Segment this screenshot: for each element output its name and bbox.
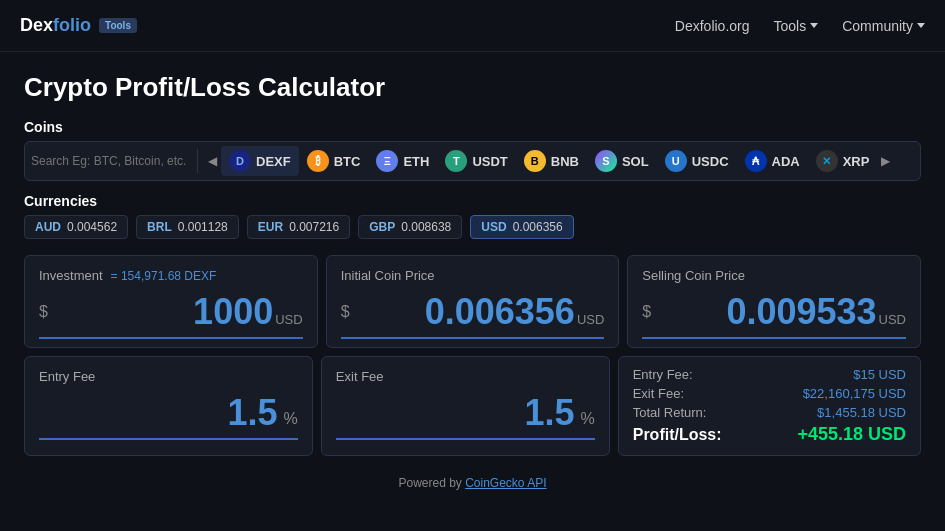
coin-icon-bnb: B <box>524 150 546 172</box>
nav-tools[interactable]: Tools <box>774 18 819 34</box>
logo: Dexfolio <box>20 15 91 36</box>
footer: Powered by CoinGecko API <box>0 466 945 498</box>
coin-label-ada: ADA <box>772 154 800 169</box>
entry-fee-input-row: 1.5 % <box>39 392 298 440</box>
currency-gbp[interactable]: GBP 0.008638 <box>358 215 462 239</box>
exit-fee-value: 1.5 <box>336 392 575 434</box>
investment-value: 1000 <box>52 291 273 333</box>
coins-nav-prev-icon[interactable]: ◀ <box>204 154 221 168</box>
results-total-return-row: Total Return: $1,455.18 USD <box>633 405 906 420</box>
coin-label-usdc: USDC <box>692 154 729 169</box>
results-total-return-label: Total Return: <box>633 405 707 420</box>
coin-label-xrp: XRP <box>843 154 870 169</box>
investment-equiv: = 154,971.68 DEXF <box>111 269 217 283</box>
coin-item-sol[interactable]: S SOL <box>587 146 657 176</box>
entry-fee-panel: Entry Fee 1.5 % <box>24 356 313 456</box>
currencies-section-label: Currencies <box>24 193 921 209</box>
results-entry-fee-row: Entry Fee: $15 USD <box>633 367 906 382</box>
coins-nav-next-icon[interactable]: ▶ <box>877 154 894 168</box>
nav-dexfolio-org[interactable]: Dexfolio.org <box>675 18 750 34</box>
coin-item-dexf[interactable]: D DEXF <box>221 146 299 176</box>
page-title: Crypto Profit/Loss Calculator <box>24 72 921 103</box>
coin-icon-ada: ₳ <box>745 150 767 172</box>
community-chevron-down-icon <box>917 23 925 28</box>
coin-label-btc: BTC <box>334 154 361 169</box>
results-panel: Entry Fee: $15 USD Exit Fee: $22,160,175… <box>618 356 921 456</box>
selling-price-label: Selling Coin Price <box>642 268 906 283</box>
entry-fee-value: 1.5 <box>39 392 278 434</box>
header: Dexfolio Tools Dexfolio.org Tools Commun… <box>0 0 945 52</box>
currency-eur[interactable]: EUR 0.007216 <box>247 215 350 239</box>
exit-fee-input-row: 1.5 % <box>336 392 595 440</box>
initial-price-input-row: $ 0.006356 USD <box>341 291 605 339</box>
coin-icon-usdc: U <box>665 150 687 172</box>
coin-icon-usdt: T <box>445 150 467 172</box>
exit-fee-label: Exit Fee <box>336 369 595 384</box>
coin-label-bnb: BNB <box>551 154 579 169</box>
coin-label-usdt: USDT <box>472 154 507 169</box>
investment-unit: USD <box>275 312 302 333</box>
initial-price-panel: Initial Coin Price $ 0.006356 USD <box>326 255 620 348</box>
coin-item-usdt[interactable]: T USDT <box>437 146 515 176</box>
entry-fee-label: Entry Fee <box>39 369 298 384</box>
initial-price-currency-symbol: $ <box>341 303 350 321</box>
selling-price-value: 0.009533 <box>655 291 876 333</box>
coins-section-label: Coins <box>24 119 921 135</box>
coin-item-usdc[interactable]: U USDC <box>657 146 737 176</box>
coins-divider <box>197 149 198 173</box>
coin-icon-dexf: D <box>229 150 251 172</box>
results-entry-fee-value: $15 USD <box>853 367 906 382</box>
coin-icon-xrp: ✕ <box>816 150 838 172</box>
results-exit-fee-row: Exit Fee: $22,160,175 USD <box>633 386 906 401</box>
results-profit-row: Profit/Loss: +455.18 USD <box>633 424 906 445</box>
coin-search-input[interactable] <box>31 154 186 168</box>
coins-row: ◀ D DEXF ₿ BTC Ξ ETH T USDT B BNB S SOL … <box>24 141 921 181</box>
tools-chevron-down-icon <box>810 23 818 28</box>
currency-brl[interactable]: BRL 0.001128 <box>136 215 239 239</box>
initial-price-value: 0.006356 <box>354 291 575 333</box>
exit-fee-unit: % <box>580 410 594 434</box>
coin-label-sol: SOL <box>622 154 649 169</box>
coin-icon-btc: ₿ <box>307 150 329 172</box>
investment-label: Investment = 154,971.68 DEXF <box>39 268 303 283</box>
coin-item-ada[interactable]: ₳ ADA <box>737 146 808 176</box>
investment-input-row: $ 1000 USD <box>39 291 303 339</box>
coin-item-eth[interactable]: Ξ ETH <box>368 146 437 176</box>
nav-community[interactable]: Community <box>842 18 925 34</box>
coin-item-bnb[interactable]: B BNB <box>516 146 587 176</box>
calc-top-row: Investment = 154,971.68 DEXF $ 1000 USD … <box>24 255 921 348</box>
footer-coingecko-link[interactable]: CoinGecko API <box>465 476 546 490</box>
currency-aud[interactable]: AUD 0.004562 <box>24 215 128 239</box>
results-profit-label: Profit/Loss: <box>633 426 722 444</box>
coin-item-btc[interactable]: ₿ BTC <box>299 146 369 176</box>
results-exit-fee-label: Exit Fee: <box>633 386 684 401</box>
investment-currency-symbol: $ <box>39 303 48 321</box>
exit-fee-panel: Exit Fee 1.5 % <box>321 356 610 456</box>
results-entry-fee-label: Entry Fee: <box>633 367 693 382</box>
coin-icon-eth: Ξ <box>376 150 398 172</box>
coin-label-dexf: DEXF <box>256 154 291 169</box>
logo-area: Dexfolio Tools <box>20 15 137 36</box>
results-total-return-value: $1,455.18 USD <box>817 405 906 420</box>
fee-row: Entry Fee 1.5 % Exit Fee 1.5 % Entry Fee… <box>24 356 921 456</box>
initial-price-unit: USD <box>577 312 604 333</box>
main-content: Crypto Profit/Loss Calculator Coins ◀ D … <box>0 52 945 466</box>
currency-usd[interactable]: USD 0.006356 <box>470 215 573 239</box>
footer-text: Powered by <box>398 476 465 490</box>
coin-label-eth: ETH <box>403 154 429 169</box>
selling-price-currency-symbol: $ <box>642 303 651 321</box>
coin-item-xrp[interactable]: ✕ XRP <box>808 146 878 176</box>
currencies-row: AUD 0.004562 BRL 0.001128 EUR 0.007216 G… <box>24 215 921 239</box>
entry-fee-unit: % <box>284 410 298 434</box>
investment-panel: Investment = 154,971.68 DEXF $ 1000 USD <box>24 255 318 348</box>
selling-price-unit: USD <box>879 312 906 333</box>
coin-search-wrapper <box>31 154 191 168</box>
selling-price-input-row: $ 0.009533 USD <box>642 291 906 339</box>
tools-badge: Tools <box>99 18 137 33</box>
selling-price-panel: Selling Coin Price $ 0.009533 USD <box>627 255 921 348</box>
coin-icon-sol: S <box>595 150 617 172</box>
nav: Dexfolio.org Tools Community <box>675 18 925 34</box>
initial-price-label: Initial Coin Price <box>341 268 605 283</box>
results-exit-fee-value: $22,160,175 USD <box>803 386 906 401</box>
results-profit-value: +455.18 USD <box>797 424 906 445</box>
